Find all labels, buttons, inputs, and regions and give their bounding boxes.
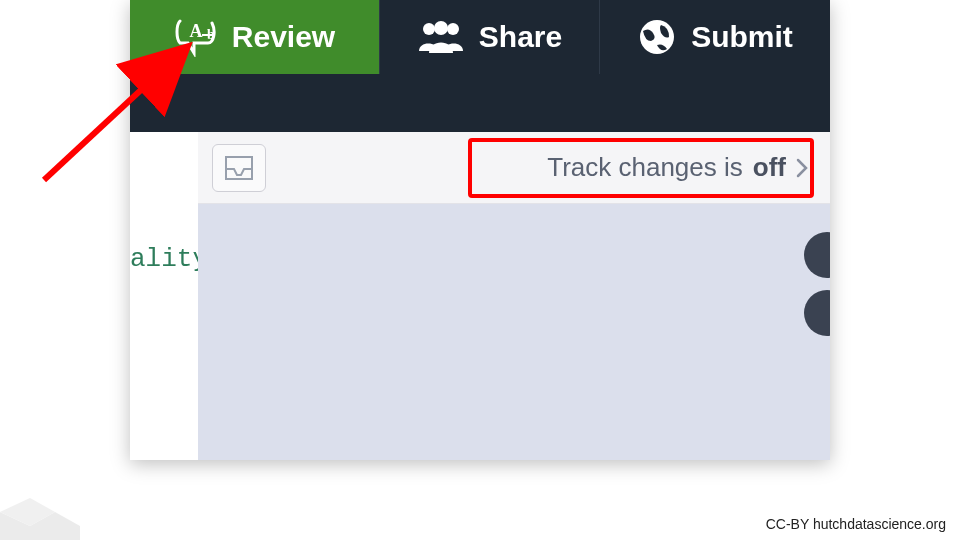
tab-submit-label: Submit — [691, 20, 793, 54]
floating-control-2[interactable] — [804, 290, 830, 336]
chevron-right-icon — [796, 158, 808, 178]
tab-review-label: Review — [232, 20, 335, 54]
review-icon: A b — [174, 17, 218, 57]
track-changes-prefix: Track changes is — [547, 152, 743, 183]
svg-point-5 — [447, 23, 459, 35]
tab-submit[interactable]: Submit — [600, 0, 830, 74]
code-editor-gutter: ality for — [130, 132, 198, 460]
decorative-corner-logo — [0, 492, 80, 540]
code-fragment-1: ality — [130, 241, 198, 277]
floating-control-1[interactable] — [804, 232, 830, 278]
group-icon — [417, 19, 465, 55]
tab-review[interactable]: A b Review — [130, 0, 380, 74]
svg-point-4 — [434, 21, 448, 35]
svg-text:A: A — [189, 21, 202, 41]
top-navigation: A b Review Share Sub — [130, 0, 830, 74]
tab-share[interactable]: Share — [380, 0, 600, 74]
attribution-text: CC-BY hutchdatascience.org — [766, 516, 946, 532]
inbox-icon — [224, 155, 254, 181]
svg-point-3 — [423, 23, 435, 35]
review-panel: Track changes is off — [198, 132, 830, 460]
tab-share-label: Share — [479, 20, 562, 54]
sub-toolbar — [130, 74, 830, 132]
app-screenshot: A b Review Share Sub — [130, 0, 830, 460]
content-area: ality for Track changes is off — [130, 132, 830, 460]
track-changes-toggle[interactable]: Track changes is off — [539, 146, 816, 189]
review-panel-header: Track changes is off — [198, 132, 830, 204]
globe-icon — [637, 17, 677, 57]
track-changes-state: off — [753, 152, 786, 183]
inbox-button[interactable] — [212, 144, 266, 192]
